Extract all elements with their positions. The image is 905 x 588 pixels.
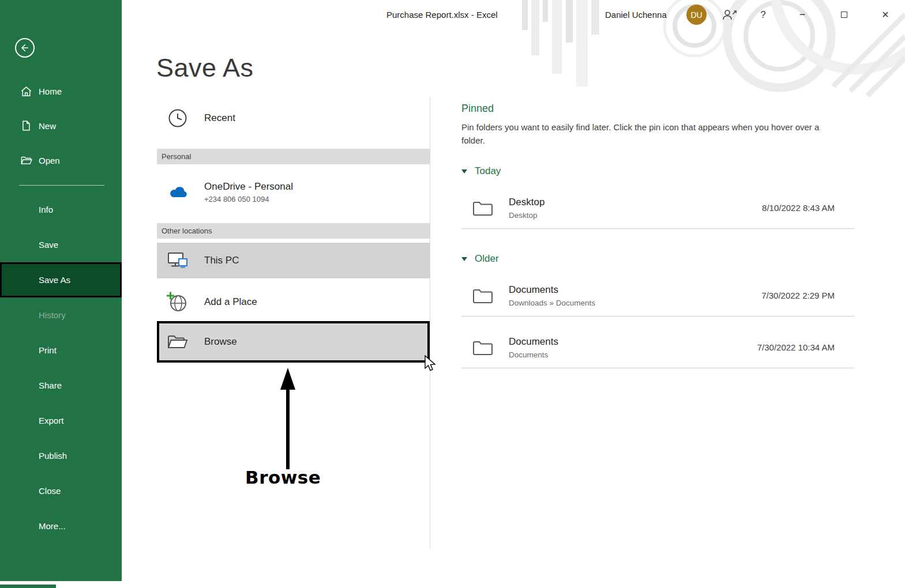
sidebar-item-info[interactable]: Info	[0, 192, 122, 227]
sidebar-item-label: Home	[39, 86, 62, 96]
chevron-down-icon	[461, 169, 467, 174]
section-header-other-locations: Other locations	[157, 223, 430, 239]
sidebar-top-nav: Home New Open	[0, 74, 122, 178]
sidebar-item-print[interactable]: Print	[0, 333, 122, 368]
sidebar-item-label: New	[39, 121, 56, 131]
folder-icon	[472, 339, 494, 356]
location-text: OneDrive - Personal +234 806 050 1094	[204, 181, 430, 203]
folder-path: Desktop	[509, 211, 762, 220]
location-label: Recent	[204, 112, 235, 124]
sidebar-menu: Info Save Save As History Print Share Ex…	[0, 192, 122, 544]
minimize-icon: −	[799, 9, 806, 21]
titlebar: Purchase Report.xlsx - Excel Daniel Uche…	[122, 0, 905, 30]
close-button[interactable]: ✕	[875, 6, 896, 23]
pinned-panel: Pinned Pin folders you want to easily fi…	[461, 103, 854, 368]
sidebar-item-export[interactable]: Export	[0, 403, 122, 438]
sidebar-item-share[interactable]: Share	[0, 368, 122, 403]
location-label: This PC	[204, 255, 239, 266]
annotation-arrow-up	[276, 368, 299, 473]
sidebar-divider	[19, 185, 104, 186]
save-locations-list: Recent Personal OneDrive - Personal +234…	[157, 101, 430, 363]
account-user-name[interactable]: Daniel Uchenna	[605, 10, 667, 20]
minimize-button[interactable]: −	[792, 6, 813, 23]
folder-timestamp: 7/30/2022 2:29 PM	[761, 291, 854, 300]
group-label: Older	[475, 253, 499, 265]
backstage-sidebar: Home New Open Info Save Save As History …	[0, 0, 122, 581]
onedrive-cloud-icon	[166, 183, 189, 201]
back-button[interactable]	[15, 38, 35, 58]
close-icon: ✕	[881, 9, 889, 20]
pinned-folder-row[interactable]: Documents Documents 7/30/2022 10:34 AM	[461, 327, 854, 368]
location-label: Add a Place	[204, 296, 257, 308]
clock-icon	[166, 108, 189, 129]
document-title: Purchase Report.xlsx - Excel	[386, 10, 498, 20]
avatar[interactable]: DU	[686, 5, 707, 25]
sidebar-item-more[interactable]: More...	[0, 508, 122, 544]
help-icon: ?	[760, 9, 765, 21]
folder-title: Documents	[509, 336, 757, 348]
folder-icon	[472, 199, 494, 217]
sidebar-item-history: History	[0, 297, 122, 333]
new-document-icon	[19, 119, 33, 132]
location-label: Browse	[204, 336, 237, 348]
sidebar-item-save[interactable]: Save	[0, 227, 122, 262]
location-add-a-place[interactable]: Add a Place	[157, 285, 430, 319]
sidebar-bottom-sliver	[0, 585, 56, 588]
folder-path: Documents	[509, 350, 757, 359]
sidebar-item-label: Open	[39, 156, 60, 165]
globe-plus-icon	[166, 291, 189, 313]
folder-timestamp: 7/30/2022 10:34 AM	[757, 342, 854, 352]
location-label: OneDrive - Personal	[204, 181, 430, 193]
location-this-pc[interactable]: This PC	[157, 243, 430, 278]
location-onedrive[interactable]: OneDrive - Personal +234 806 050 1094	[157, 169, 430, 215]
sidebar-item-home[interactable]: Home	[0, 74, 122, 108]
sidebar-item-publish[interactable]: Publish	[0, 438, 122, 473]
page-title: Save As	[156, 53, 254, 83]
backstage-main: Purchase Report.xlsx - Excel Daniel Uche…	[122, 0, 905, 588]
folder-text: Documents Documents	[509, 336, 757, 359]
location-recent[interactable]: Recent	[157, 101, 430, 135]
sidebar-item-save-as[interactable]: Save As	[0, 262, 122, 297]
annotation-label: Browse	[245, 467, 321, 488]
pinned-folder-row[interactable]: Desktop Desktop 8/10/2022 8:43 AM	[461, 187, 854, 229]
people-icon	[722, 9, 737, 21]
folder-timestamp: 8/10/2022 8:43 AM	[762, 203, 854, 213]
folder-text: Documents Downloads » Documents	[509, 284, 761, 307]
home-icon	[19, 85, 33, 98]
group-header-today[interactable]: Today	[461, 165, 854, 177]
share-contacts-button[interactable]	[722, 8, 738, 22]
pinned-description: Pin folders you want to easily find late…	[461, 120, 833, 147]
group-header-older[interactable]: Older	[461, 253, 854, 265]
this-pc-icon	[166, 251, 189, 270]
maximize-button[interactable]	[833, 6, 854, 23]
sidebar-item-new[interactable]: New	[0, 108, 122, 143]
column-divider	[430, 97, 430, 549]
browse-folder-icon	[166, 333, 189, 351]
pinned-title: Pinned	[461, 103, 854, 115]
maximize-icon	[841, 12, 847, 18]
open-folder-icon	[19, 154, 33, 167]
mouse-cursor-icon	[424, 355, 437, 375]
location-sublabel: +234 806 050 1094	[204, 195, 430, 203]
folder-title: Documents	[509, 284, 761, 296]
chevron-down-icon	[461, 257, 467, 261]
back-arrow-icon	[19, 42, 31, 54]
folder-text: Desktop Desktop	[509, 197, 762, 220]
folder-icon	[472, 287, 494, 304]
sidebar-item-open[interactable]: Open	[0, 143, 122, 178]
folder-title: Desktop	[509, 197, 762, 208]
sidebar-item-close[interactable]: Close	[0, 473, 122, 508]
section-header-personal: Personal	[157, 149, 430, 164]
excel-backstage-window: Home New Open Info Save Save As History …	[0, 0, 905, 588]
pinned-folder-row[interactable]: Documents Downloads » Documents 7/30/202…	[461, 275, 854, 316]
group-label: Today	[475, 165, 501, 177]
help-button[interactable]: ?	[756, 8, 770, 22]
location-browse[interactable]: Browse	[157, 321, 430, 363]
folder-path: Downloads » Documents	[509, 299, 761, 307]
